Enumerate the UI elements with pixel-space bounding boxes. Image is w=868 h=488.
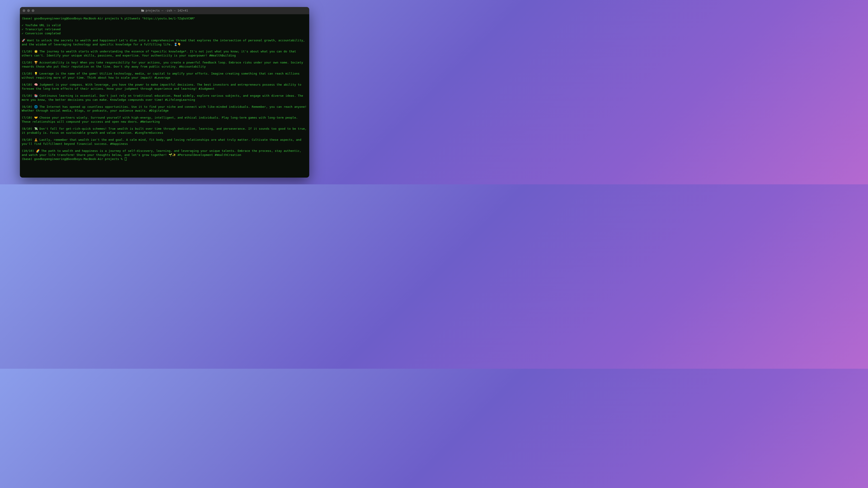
prompt-env: (base): [22, 17, 32, 20]
tweet-intro: 🚀 Want to unlock the secrets to wealth a…: [22, 38, 307, 46]
traffic-lights: [23, 9, 34, 12]
terminal-window: projects — -zsh — 142×41 (base) goodboye…: [20, 7, 309, 177]
tweet-3: (3/10) 💡 Leverage is the name of the gam…: [22, 72, 307, 80]
status-line-0: ✓ YouTube URL is valid: [22, 23, 307, 27]
terminal-body[interactable]: (base) goodboyengineering@Goodboys-MacBo…: [20, 14, 309, 177]
tweet-2: (2/10) 🏆 Accountability is key! When you…: [22, 61, 307, 69]
folder-icon: [141, 9, 144, 12]
tweet-1: (1/10) 🌟 The journey to wealth starts wi…: [22, 50, 307, 58]
cursor[interactable]: [125, 157, 127, 161]
prompt-path: projects: [105, 157, 119, 161]
prompt-symbol: %: [121, 157, 123, 161]
command-prompt-line: (base) goodboyengineering@Goodboys-MacBo…: [22, 17, 307, 21]
command-prompt-line-2: (base) goodboyengineering@Goodboys-MacBo…: [22, 157, 307, 161]
command-text: yt2tweets "https://youtu.be/1-TZqOsVCNM": [124, 17, 195, 20]
close-button[interactable]: [23, 9, 25, 12]
title-bar: projects — -zsh — 142×41: [20, 7, 309, 14]
tweet-8: (8/10) 💸 Don't fall for get-rich-quick s…: [22, 127, 307, 135]
status-line-1: ✓ Transcript retrieved: [22, 27, 307, 31]
prompt-path: projects: [105, 17, 119, 20]
tweet-4: (4/10) 🧠 Judgment is your compass. With …: [22, 83, 307, 91]
prompt-env: (base): [22, 157, 32, 161]
tweet-5: (5/10) 📚 Continuous learning is essentia…: [22, 94, 307, 102]
tweet-9: (9/10) 🧘 Lastly, remember that wealth is…: [22, 138, 307, 146]
prompt-user-host: goodboyengineering@Goodboys-MacBook-Air: [34, 17, 103, 20]
prompt-symbol: %: [121, 17, 123, 20]
tweet-6: (6/10) 🌐 The Internet has opened up coun…: [22, 105, 307, 113]
maximize-button[interactable]: [32, 9, 34, 12]
window-title: projects — -zsh — 142×41: [141, 9, 188, 12]
prompt-user-host: goodboyengineering@Goodboys-MacBook-Air: [34, 157, 103, 161]
minimize-button[interactable]: [27, 9, 30, 12]
title-text: projects — -zsh — 142×41: [146, 9, 188, 12]
tweet-10: (10/10) 🌈 The path to wealth and happine…: [22, 149, 307, 157]
tweet-7: (7/10) 🤝 Choose your partners wisely. Su…: [22, 116, 307, 124]
status-line-2: ✓ Conversion completed: [22, 31, 307, 35]
